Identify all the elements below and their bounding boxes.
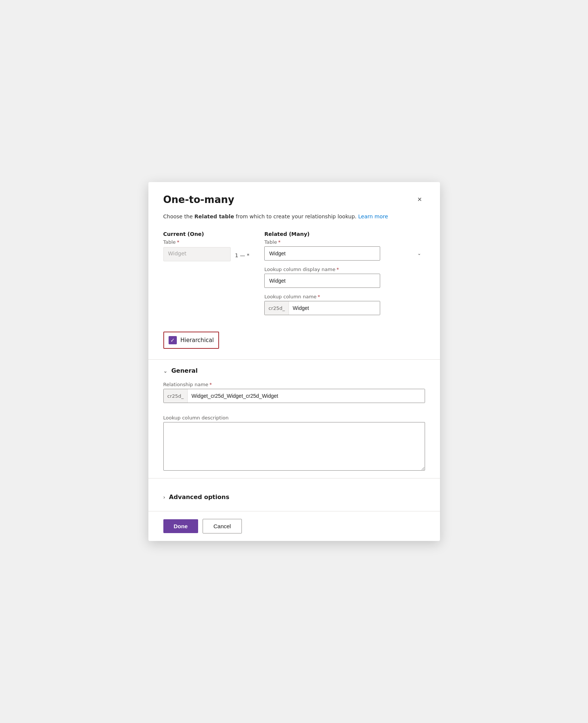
lookup-column-name-label: Lookup column name* [264, 294, 425, 299]
close-button[interactable]: × [415, 194, 425, 204]
columns-row: Current (One) Table* Widget 1 — * Relate… [163, 231, 425, 321]
advanced-options-toggle[interactable]: › Advanced options [163, 493, 425, 501]
hierarchical-checkbox[interactable]: ✓ [169, 336, 177, 344]
lookup-column-name-input[interactable] [289, 301, 380, 315]
divider-2 [148, 478, 440, 479]
lookup-description-label: Lookup column description [163, 415, 425, 421]
related-table-select[interactable]: Widget [264, 246, 380, 261]
related-column: Related (Many) Table* Widget ⌄ Lookup co… [264, 231, 425, 321]
related-table-field: Table* Widget ⌄ [264, 239, 425, 261]
description-after: from which to create your relationship l… [234, 213, 357, 219]
chevron-down-icon: ⌄ [163, 368, 168, 374]
description-text: Choose the Related table from which to c… [163, 213, 425, 221]
lookup-display-name-field: Lookup column display name* [264, 267, 425, 288]
lookup-column-name-wrapper: cr25d_ [264, 301, 380, 315]
description-bold: Related table [194, 213, 234, 219]
dialog-footer: Done Cancel [148, 511, 440, 541]
learn-more-link[interactable]: Learn more [358, 213, 388, 219]
relation-symbol: 1 — * [235, 252, 250, 258]
current-table-label: Table* [163, 239, 250, 245]
checkmark-icon: ✓ [170, 338, 175, 343]
divider-1 [148, 359, 440, 360]
lookup-display-name-label: Lookup column display name* [264, 267, 425, 272]
hierarchical-label: Hierarchical [181, 337, 214, 344]
lookup-description-field: Lookup column description [163, 415, 425, 472]
current-table-display: Widget [163, 247, 231, 261]
done-button[interactable]: Done [163, 519, 198, 533]
hierarchical-row[interactable]: ✓ Hierarchical [163, 332, 219, 349]
chevron-right-icon: › [163, 494, 166, 500]
relationship-name-field: Relationship name* cr25d_ [163, 382, 425, 409]
relationship-name-wrapper: cr25d_ [163, 389, 425, 403]
dialog-title: One-to-many [163, 194, 234, 205]
relationship-name-input[interactable] [188, 389, 424, 403]
related-column-header: Related (Many) [264, 231, 425, 237]
cancel-button[interactable]: Cancel [203, 519, 242, 533]
relationship-name-label: Relationship name* [163, 382, 425, 387]
lookup-display-name-input[interactable] [264, 274, 380, 288]
relationship-name-prefix: cr25d_ [164, 389, 188, 403]
lookup-description-textarea[interactable] [163, 422, 425, 471]
description-before: Choose the [163, 213, 195, 219]
related-table-select-wrapper: Widget ⌄ [264, 246, 425, 261]
current-column: Current (One) Table* Widget 1 — * [163, 231, 250, 261]
one-to-many-dialog: One-to-many × Choose the Related table f… [148, 182, 440, 541]
general-section-toggle[interactable]: ⌄ General [163, 367, 425, 374]
chevron-down-icon: ⌄ [417, 251, 421, 256]
general-section-title: General [171, 367, 197, 374]
advanced-options-title: Advanced options [169, 493, 229, 501]
lookup-name-prefix: cr25d_ [265, 301, 289, 315]
relation-row: Widget 1 — * [163, 247, 250, 261]
related-table-label: Table* [264, 239, 425, 245]
lookup-column-name-field: Lookup column name* cr25d_ [264, 294, 425, 315]
dialog-header: One-to-many × [163, 194, 425, 205]
current-column-header: Current (One) [163, 231, 250, 237]
